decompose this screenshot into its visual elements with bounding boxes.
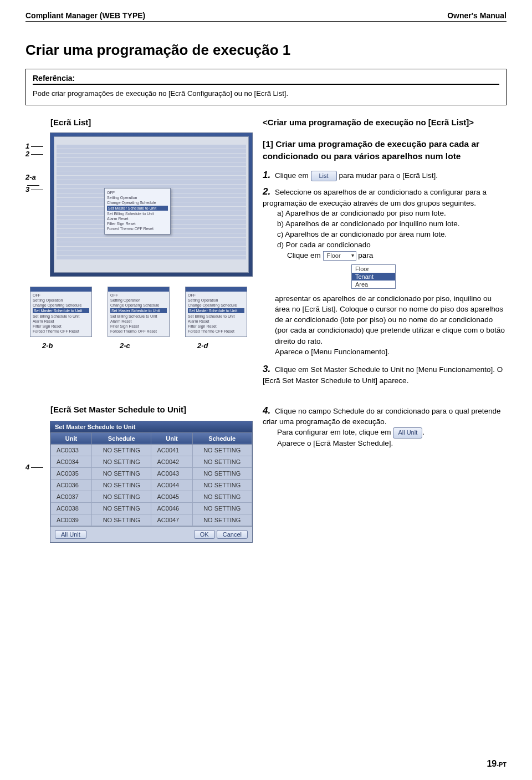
section-heading: [1] Criar uma programação de execução pa… bbox=[263, 138, 507, 163]
step-1-text-b: para mudar para o [Ecrã List]. bbox=[339, 171, 438, 180]
para-explain: apresentar os aparelhos de ar condiciona… bbox=[263, 293, 507, 357]
sms-unit-cell: AC0044 bbox=[151, 479, 192, 491]
step-2a: a) Aparelhos de ar condicionado por piso… bbox=[263, 208, 507, 219]
sms-unit-cell: AC0036 bbox=[51, 479, 92, 491]
ok-button[interactable]: OK bbox=[194, 530, 215, 539]
mini-menu-2b: OFF Setting Operation Change Operating S… bbox=[30, 287, 92, 337]
table-row: AC0033NO SETTINGAC0041NO SETTING bbox=[51, 444, 252, 456]
step-2: 2. Seleccione os aparelhos de ar condici… bbox=[263, 185, 507, 261]
sms-schedule-cell[interactable]: NO SETTING bbox=[92, 502, 151, 514]
sms-schedule-cell[interactable]: NO SETTING bbox=[192, 491, 252, 502]
sms-annotation-rail: 4 bbox=[25, 421, 47, 543]
anno-2: 2 bbox=[25, 150, 29, 158]
sms-schedule-cell[interactable]: NO SETTING bbox=[192, 456, 252, 467]
screenshot-list: OFF Setting Operation Change Operating S… bbox=[50, 132, 253, 277]
step-2c: c) Aparelhos de ar condicionado por área… bbox=[263, 230, 507, 240]
context-menu: OFF Setting Operation Change Operating S… bbox=[104, 188, 171, 234]
sms-schedule-cell[interactable]: NO SETTING bbox=[92, 514, 151, 526]
sms-table: Unit Schedule Unit Schedule AC0033NO SET… bbox=[50, 432, 252, 526]
step-4-text-c: Aparece o [Ecrã Master Schedule]. bbox=[263, 439, 507, 449]
sms-unit-cell: AC0035 bbox=[51, 467, 92, 479]
anno-2a: 2-a bbox=[25, 173, 36, 181]
table-row: AC0037NO SETTINGAC0045NO SETTING bbox=[51, 491, 252, 502]
context-menu-item: Set Master Schedule to Unit bbox=[107, 206, 168, 211]
step-2-num: 2. bbox=[263, 186, 270, 197]
sms-schedule-cell[interactable]: NO SETTING bbox=[92, 456, 151, 467]
sms-screen-label: [Ecrã Set Master Schedule to Unit] bbox=[50, 404, 253, 415]
anno-4: 4 bbox=[25, 463, 29, 471]
reference-label: Referência: bbox=[33, 74, 499, 85]
step-2d-click: Clique em Floor para bbox=[263, 251, 507, 261]
table-row: AC0034NO SETTINGAC0042NO SETTING bbox=[51, 456, 252, 467]
annotation-rail: 1 2 2-a 3 bbox=[25, 132, 47, 277]
step-1-text-a: Clique em bbox=[275, 171, 309, 180]
all-unit-chip[interactable]: All Unit bbox=[393, 427, 422, 438]
sms-schedule-cell[interactable]: NO SETTING bbox=[92, 444, 151, 456]
context-menu-item: Setting Operation bbox=[107, 196, 168, 200]
floor-dropdown-menu: Floor Tenant Area bbox=[351, 264, 396, 289]
header-bar: Compliant Manager (WEB TYPE) Owner's Man… bbox=[25, 11, 507, 22]
sms-unit-cell: AC0045 bbox=[151, 491, 192, 502]
dropdown-option[interactable]: Floor bbox=[352, 265, 395, 273]
table-row: AC0038NO SETTINGAC0046NO SETTING bbox=[51, 502, 252, 514]
sms-schedule-cell[interactable]: NO SETTING bbox=[192, 444, 252, 456]
context-menu-item: Filter Sign Reset bbox=[107, 222, 168, 226]
list-button[interactable]: List bbox=[311, 171, 337, 181]
screen-list-label: [Ecrã List] bbox=[50, 118, 253, 127]
table-row: AC0036NO SETTINGAC0044NO SETTING bbox=[51, 479, 252, 491]
sms-col: Schedule bbox=[192, 432, 252, 444]
sms-unit-cell: AC0041 bbox=[151, 444, 192, 456]
sms-footer: All Unit OK Cancel bbox=[50, 526, 252, 542]
header-right: Owner's Manual bbox=[447, 11, 507, 20]
mini-menu-2c: OFF Setting Operation Change Operating S… bbox=[108, 287, 170, 337]
anno-2d: 2-d bbox=[197, 341, 208, 350]
table-row: AC0039NO SETTINGAC0047NO SETTING bbox=[51, 514, 252, 526]
sms-unit-cell: AC0034 bbox=[51, 456, 92, 467]
sms-schedule-cell[interactable]: NO SETTING bbox=[192, 502, 252, 514]
sms-col: Unit bbox=[51, 432, 92, 444]
anno-3: 3 bbox=[25, 185, 29, 193]
anno-1: 1 bbox=[25, 142, 29, 150]
context-menu-item: Set Billing Schedule to Unit bbox=[107, 212, 168, 216]
sms-screenshot: Set Master Schedule to Unit Unit Schedul… bbox=[50, 421, 253, 543]
sms-unit-cell: AC0039 bbox=[51, 514, 92, 526]
context-menu-item: Alarm Reset bbox=[107, 217, 168, 221]
cancel-button[interactable]: Cancel bbox=[217, 530, 248, 539]
dropdown-option[interactable]: Tenant bbox=[352, 273, 395, 281]
table-row: AC0035NO SETTINGAC0043NO SETTING bbox=[51, 467, 252, 479]
sms-unit-cell: AC0043 bbox=[151, 467, 192, 479]
step-4: 4. Clique no campo Schedule do ar condic… bbox=[263, 404, 507, 449]
sms-col: Schedule bbox=[92, 432, 151, 444]
mini-menu-2d: OFF Setting Operation Change Operating S… bbox=[185, 287, 247, 337]
sms-schedule-cell[interactable]: NO SETTING bbox=[192, 467, 252, 479]
reference-text: Pode criar programações de execução no [… bbox=[33, 89, 288, 98]
step-3-text: Clique em Set Master Schedule to Unit no… bbox=[263, 365, 503, 385]
step-2b: b) Aparelhos de ar condicionado por inqu… bbox=[263, 219, 507, 230]
sms-schedule-cell[interactable]: NO SETTING bbox=[192, 479, 252, 491]
step-1-num: 1. bbox=[263, 170, 270, 180]
page-number: 19-PT bbox=[487, 759, 507, 769]
floor-dropdown[interactable]: Floor bbox=[323, 251, 356, 261]
sms-schedule-cell[interactable]: NO SETTING bbox=[192, 514, 252, 526]
sms-unit-cell: AC0047 bbox=[151, 514, 192, 526]
anno-2c: 2-c bbox=[120, 341, 130, 350]
context-menu-item: OFF bbox=[107, 191, 168, 195]
all-unit-button[interactable]: All Unit bbox=[55, 530, 86, 539]
right-heading: <Criar uma programação de execução no [E… bbox=[263, 118, 507, 127]
sms-unit-cell: AC0038 bbox=[51, 502, 92, 514]
context-menu-item: Forced Thermo OFF Reset bbox=[107, 227, 168, 231]
sms-schedule-cell[interactable]: NO SETTING bbox=[92, 479, 151, 491]
sms-schedule-cell[interactable]: NO SETTING bbox=[92, 467, 151, 479]
step-3: 3. Clique em Set Master Schedule to Unit… bbox=[263, 363, 507, 386]
sms-schedule-cell[interactable]: NO SETTING bbox=[92, 491, 151, 502]
sms-col: Unit bbox=[151, 432, 192, 444]
sms-unit-cell: AC0042 bbox=[151, 456, 192, 467]
step-4-text-b: Para configurar em lote, clique em All U… bbox=[263, 427, 507, 438]
step-4-text-a: Clique no campo Schedule do ar condicion… bbox=[263, 407, 501, 426]
step-2-text: Seleccione os aparelhos de ar condiciona… bbox=[263, 188, 487, 207]
sms-unit-cell: AC0033 bbox=[51, 444, 92, 456]
page-title: Criar uma programação de execução 1 bbox=[25, 42, 507, 59]
anno-2b: 2-b bbox=[42, 341, 53, 350]
header-left: Compliant Manager (WEB TYPE) bbox=[25, 11, 145, 20]
dropdown-option[interactable]: Area bbox=[352, 281, 395, 288]
